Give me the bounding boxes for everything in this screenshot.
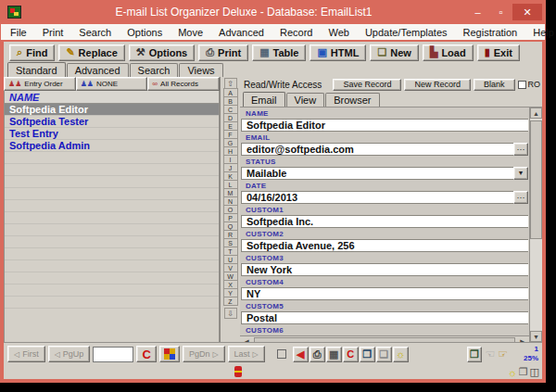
field-value-input[interactable]: editor@softpedia.com (241, 143, 513, 156)
list-item-empty[interactable] (5, 236, 219, 248)
record-tab[interactable]: Email (243, 92, 285, 107)
hint-bulb-icon[interactable]: ☼ (508, 367, 517, 378)
tool-icon-button[interactable]: ❐ (360, 347, 375, 362)
tool-icon-button[interactable]: ⎙ (310, 347, 325, 362)
toolbar-button[interactable]: ▮ Exit (477, 44, 520, 61)
form-field: CUSTOM1 Softpedia Inc. (240, 204, 529, 228)
blank-button[interactable]: Blank (474, 79, 515, 91)
view-tab[interactable]: Standard (7, 62, 66, 77)
tool-icon-button[interactable]: C (343, 347, 359, 362)
page-down-button[interactable]: PgDn ▷ (183, 346, 225, 362)
list-item[interactable]: Softpedia Tester (5, 116, 219, 128)
toolbar-button[interactable]: ▙ Load (423, 44, 474, 61)
field-value-input[interactable]: Softpedia Editor (241, 119, 528, 132)
alphabet-down-icon[interactable]: ⇩ (224, 308, 237, 319)
sort-button[interactable]: ∞ All Records (147, 77, 220, 91)
field-value-input[interactable]: Softpedia Inc. (241, 215, 528, 228)
list-item-empty[interactable] (5, 164, 219, 176)
menu-item[interactable]: Move (178, 27, 203, 38)
new-record-button[interactable]: New Record (404, 79, 471, 91)
list-item-empty[interactable] (5, 176, 219, 188)
list-item-empty[interactable] (5, 188, 219, 200)
title-bar[interactable]: E-mail List Organizer Deluxe - Database:… (0, 0, 546, 24)
export-record-button[interactable]: ❐ (467, 347, 483, 362)
view-tab[interactable]: Advanced (67, 63, 129, 77)
toolbar-button[interactable]: ✎ Replace (58, 44, 124, 61)
sort-button[interactable]: ♟♟ Entry Order (4, 77, 76, 91)
list-column-header[interactable]: NAME (4, 91, 220, 104)
page-up-button[interactable]: ◁ PgUp (48, 346, 91, 362)
menu-item[interactable]: Options (127, 27, 162, 38)
menu-item[interactable]: Help (533, 27, 554, 38)
list-item-empty[interactable] (5, 260, 219, 272)
tool-icon-button[interactable]: ❏ (376, 347, 392, 362)
nav-checkbox[interactable] (277, 349, 286, 359)
list-item-empty[interactable] (5, 200, 219, 212)
list-item[interactable]: Softpedia Editor (5, 104, 219, 116)
ellipsis-button[interactable]: ··· (513, 143, 528, 156)
tool-icon-button[interactable]: ☼ (393, 347, 409, 362)
field-value-input[interactable]: Postal (241, 311, 528, 324)
refresh-button[interactable]: C (136, 346, 157, 362)
record-tab[interactable]: Browser (325, 93, 379, 107)
toolbar-button[interactable]: ⎙ Print (198, 44, 248, 61)
field-value-input[interactable]: New York (241, 263, 528, 276)
list-item-empty[interactable] (5, 272, 219, 285)
dropdown-arrow-button[interactable]: ▼ (513, 167, 528, 180)
save-record-button[interactable]: Save Record (333, 79, 401, 91)
ellipsis-button[interactable]: ··· (513, 191, 528, 204)
menu-item[interactable]: Registration (463, 27, 518, 38)
field-value-input[interactable]: 04/16/2013 (241, 191, 513, 204)
alphabet-letter-button[interactable]: Z (223, 297, 238, 306)
menu-item[interactable]: Update/Templates (365, 27, 448, 38)
list-item-empty[interactable] (5, 152, 219, 164)
field-value-input[interactable]: Softpedia Avenue, 256 (241, 239, 528, 252)
field-value-input[interactable]: Mailable (241, 167, 513, 180)
next-record-hand-icon[interactable]: ☞ (498, 348, 508, 360)
first-record-button[interactable]: ◁ First (7, 346, 45, 362)
documents-icon[interactable]: ❐ (519, 366, 528, 378)
scrollbar-thumb[interactable] (530, 120, 542, 239)
record-number-input[interactable] (93, 347, 133, 362)
view-tab[interactable]: Views (179, 63, 222, 77)
menu-item[interactable]: Record (280, 27, 312, 38)
list-item-empty[interactable] (5, 212, 219, 224)
attachment-icon[interactable]: ◫ (530, 366, 539, 378)
toolbar-button[interactable]: ⚒ Options (129, 44, 195, 61)
prev-record-hand-icon[interactable]: ☜ (485, 348, 495, 360)
sort-button[interactable]: ♟♟ NONE (76, 77, 148, 91)
menu-item[interactable]: Web (328, 27, 348, 38)
record-tab[interactable]: View (286, 93, 325, 107)
field-value-input[interactable]: NY (241, 287, 528, 300)
read-only-checkbox[interactable]: RO (518, 80, 541, 89)
list-item[interactable]: Softpedia Admin (5, 140, 219, 152)
tool-icon-button[interactable]: ▦ (326, 347, 342, 362)
checkbox-box[interactable] (518, 81, 526, 89)
pgup-arrow-icon: ◁ (55, 350, 60, 359)
scroll-down-icon[interactable]: ▼ (530, 331, 542, 342)
color-grid-button[interactable] (159, 346, 180, 362)
tool-icon-button[interactable]: ◀ (293, 347, 309, 362)
scroll-up-icon[interactable]: ▲ (530, 107, 542, 119)
toolbar-button[interactable]: ⌕ Find (9, 44, 55, 61)
last-record-button[interactable]: Last ▷ (228, 346, 265, 362)
toolbar-button[interactable]: ▣ HTML (310, 44, 366, 61)
list-item-empty[interactable] (5, 285, 219, 297)
menu-item[interactable]: Advanced (219, 27, 264, 38)
list-item-empty[interactable] (5, 224, 219, 236)
list-item[interactable]: Test Entry (5, 128, 219, 140)
splitter-handle-icon[interactable] (234, 366, 242, 377)
menu-item[interactable]: Print (43, 27, 64, 38)
toolbar-button[interactable]: ❏ New (370, 44, 419, 61)
menu-item[interactable]: Search (79, 27, 111, 38)
form-horizontal-scrollbar[interactable]: ◀▶ (240, 335, 529, 342)
minimize-button[interactable]: – (466, 4, 489, 20)
close-button[interactable]: ✕ (512, 4, 542, 20)
list-item-empty[interactable] (5, 248, 219, 260)
toolbar-button[interactable]: ▦ Table (252, 44, 306, 61)
maximize-button[interactable]: ▫ (489, 4, 512, 20)
list-item-empty[interactable] (5, 297, 219, 309)
menu-item[interactable]: File (10, 27, 27, 38)
view-tab[interactable]: Search (130, 63, 179, 77)
form-vertical-scrollbar[interactable]: ▲ ▼ (529, 107, 542, 342)
